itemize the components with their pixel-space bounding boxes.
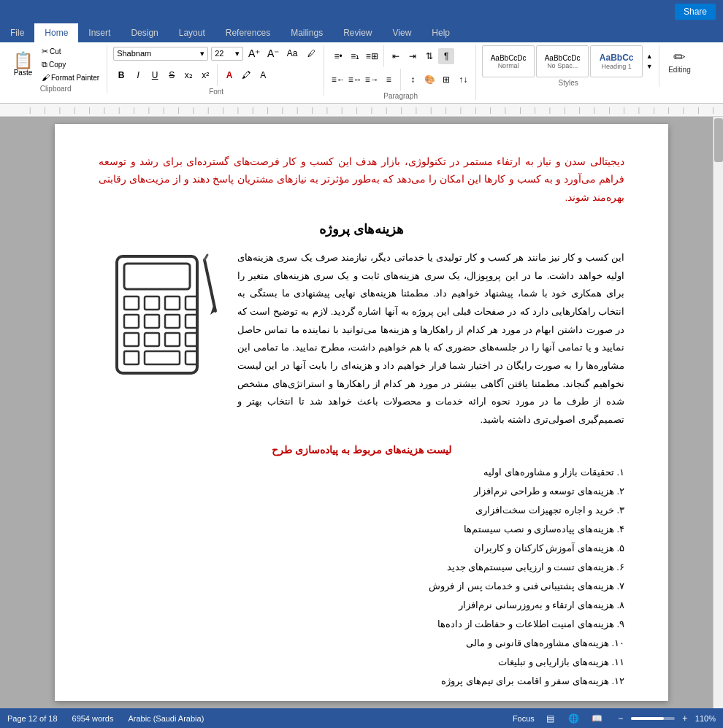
list-item: ۸. هزینه‌های ارتقاء و به‌روزرسانی نرم‌اف… bbox=[99, 596, 624, 615]
styles-scroll-up[interactable]: ▲ bbox=[644, 51, 654, 61]
sort-button[interactable]: ⇅ bbox=[421, 48, 437, 64]
web-layout-button[interactable]: 🌐 bbox=[567, 711, 581, 726]
tab-help[interactable]: Help bbox=[421, 23, 460, 42]
style-normal-label: Normal bbox=[498, 62, 519, 69]
styles-scroll-down[interactable]: ▼ bbox=[644, 61, 654, 72]
style-heading1[interactable]: AaBbCc Heading 1 bbox=[590, 45, 643, 77]
print-layout-button[interactable]: ▤ bbox=[543, 711, 558, 726]
page-info: Page 12 of 18 bbox=[7, 714, 58, 723]
style-heading1-label: Heading 1 bbox=[602, 63, 632, 70]
copy-label: Copy bbox=[49, 61, 66, 69]
svg-rect-4 bbox=[165, 296, 180, 310]
align-center-button[interactable]: ≡↔ bbox=[347, 72, 363, 88]
align-row: ≡← ≡↔ ≡→ ≡ ↕ 🎨 ⊞ ↑↓ bbox=[330, 69, 471, 91]
tab-references[interactable]: References bbox=[215, 23, 280, 42]
list-item: ۳. خرید و اجاره تجهیزات سخت‌افزاری bbox=[99, 501, 624, 520]
text-effect-button[interactable]: A bbox=[255, 67, 271, 83]
italic-button[interactable]: I bbox=[130, 67, 146, 83]
list-item: ۴. هزینه‌های پیاده‌سازی و نصب سیستم‌ها bbox=[99, 520, 624, 539]
tab-view[interactable]: View bbox=[383, 23, 422, 42]
svg-rect-16 bbox=[185, 351, 197, 364]
sep2 bbox=[383, 45, 384, 67]
status-right-section: Focus ▤ 🌐 📖 − + 110% bbox=[513, 711, 716, 726]
font-name-selector[interactable]: Shabnam ▾ bbox=[113, 47, 208, 61]
tab-mailings[interactable]: Mailings bbox=[280, 23, 333, 42]
svg-rect-7 bbox=[145, 315, 159, 328]
shading-button[interactable]: 🎨 bbox=[421, 72, 437, 88]
style-no-space[interactable]: AaBbCcDc No Spac... bbox=[536, 45, 589, 77]
decrease-indent-button[interactable]: ⇤ bbox=[388, 48, 404, 64]
styles-content: AaBbCcDc Normal AaBbCcDc No Spac... AaBb… bbox=[482, 45, 654, 77]
focus-label[interactable]: Focus bbox=[513, 714, 535, 723]
tab-home[interactable]: Home bbox=[34, 23, 78, 42]
svg-rect-10 bbox=[124, 333, 139, 346]
zoom-in-button[interactable]: + bbox=[678, 711, 692, 726]
read-mode-button[interactable]: 📖 bbox=[590, 711, 605, 726]
ruler: ||||||||||||||||||||||||||||||||||||||||… bbox=[0, 104, 723, 117]
paste-icon: 📋 bbox=[13, 53, 33, 69]
status-bar: Page 12 of 18 6954 words Arabic (Saudi A… bbox=[0, 708, 723, 728]
line-spacing-button[interactable]: ↕ bbox=[405, 72, 421, 88]
tab-review[interactable]: Review bbox=[333, 23, 382, 42]
style-normal[interactable]: AaBbCcDc Normal bbox=[482, 45, 535, 77]
tab-layout[interactable]: Layout bbox=[169, 23, 215, 42]
paste-label: Paste bbox=[14, 69, 33, 77]
list-section: لیست هزینه‌های مربوط به پیاده‌سازی طرح ۱… bbox=[99, 444, 624, 691]
clear-formatting-button[interactable]: 🖊 bbox=[303, 45, 319, 61]
numbering-button[interactable]: ≡₁ bbox=[347, 48, 363, 64]
zoom-slider-track[interactable] bbox=[631, 717, 675, 720]
ruler-marks: ||||||||||||||||||||||||||||||||||||||||… bbox=[29, 107, 723, 114]
increase-font-button[interactable]: A⁺ bbox=[246, 45, 262, 61]
document-scrollbar[interactable] bbox=[713, 117, 723, 708]
paste-button[interactable]: 📋 Paste bbox=[9, 50, 37, 80]
editing-icon: ✏ bbox=[673, 48, 686, 66]
cut-button[interactable]: ✂ Cut bbox=[39, 45, 102, 58]
justify-button[interactable]: ≡ bbox=[380, 72, 397, 88]
zoom-slider-fill bbox=[631, 717, 664, 720]
sep1 bbox=[217, 64, 218, 86]
share-button[interactable]: Share bbox=[675, 4, 716, 20]
subscript-button[interactable]: x₂ bbox=[180, 67, 196, 83]
zoom-out-button[interactable]: − bbox=[613, 711, 628, 726]
tab-insert[interactable]: Insert bbox=[78, 23, 120, 42]
tab-design[interactable]: Design bbox=[120, 23, 168, 42]
align-right-button[interactable]: ≡→ bbox=[364, 72, 380, 88]
font-group: Shabnam ▾ 22 ▾ A⁺ A⁻ Aa 🖊 B I U S x₂ x² bbox=[109, 45, 324, 96]
style-no-space-label: No Spac... bbox=[547, 62, 578, 69]
increase-indent-button[interactable]: ⇥ bbox=[405, 48, 421, 64]
svg-rect-5 bbox=[185, 296, 197, 310]
bullets-button[interactable]: ≡• bbox=[330, 48, 346, 64]
underline-button[interactable]: U bbox=[147, 67, 163, 83]
zoom-level: 110% bbox=[695, 714, 716, 723]
font-color-button[interactable]: A bbox=[221, 67, 237, 83]
decrease-font-button[interactable]: A⁻ bbox=[265, 45, 281, 61]
superscript-button[interactable]: x² bbox=[197, 67, 213, 83]
font-name-value: Shabnam bbox=[117, 49, 151, 58]
borders-button[interactable]: ⊞ bbox=[438, 72, 454, 88]
scroll-thumb[interactable] bbox=[714, 118, 723, 162]
align-left-button[interactable]: ≡← bbox=[330, 72, 346, 88]
svg-rect-11 bbox=[145, 333, 159, 346]
tab-file[interactable]: File bbox=[0, 23, 34, 42]
svg-rect-2 bbox=[124, 296, 139, 310]
list-item: ۲. هزینه‌های توسعه و طراحی نرم‌افزار bbox=[99, 482, 624, 501]
font-label: Font bbox=[209, 88, 223, 96]
bold-button[interactable]: B bbox=[113, 67, 129, 83]
svg-rect-9 bbox=[185, 315, 197, 328]
show-marks-button[interactable]: ¶ bbox=[438, 48, 454, 64]
styles-row: AaBbCcDc Normal AaBbCcDc No Spac... AaBb… bbox=[482, 45, 643, 77]
svg-line-17 bbox=[204, 260, 215, 311]
sort2-button[interactable]: ↑↓ bbox=[455, 72, 471, 88]
list-row: ≡• ≡₁ ≡⊞ ⇤ ⇥ ⇅ ¶ bbox=[330, 45, 454, 67]
change-case-button[interactable]: Aa bbox=[284, 45, 300, 61]
main-text-block: این کسب و کار نیز مانند هر کسب و کار تول… bbox=[237, 249, 624, 429]
highlight-button[interactable]: 🖍 bbox=[238, 67, 254, 83]
strikethrough-button[interactable]: S bbox=[164, 67, 180, 83]
list-item: ۱۱. هزینه‌های بازاریابی و تبلیغات bbox=[99, 653, 624, 672]
font-size-selector[interactable]: 22 ▾ bbox=[211, 47, 243, 61]
svg-rect-13 bbox=[185, 333, 197, 346]
format-painter-icon: 🖌 bbox=[42, 73, 50, 82]
copy-button[interactable]: ⧉ Copy bbox=[39, 58, 102, 71]
format-painter-button[interactable]: 🖌 Format Painter bbox=[39, 72, 102, 83]
multilevel-list-button[interactable]: ≡⊞ bbox=[364, 48, 380, 64]
